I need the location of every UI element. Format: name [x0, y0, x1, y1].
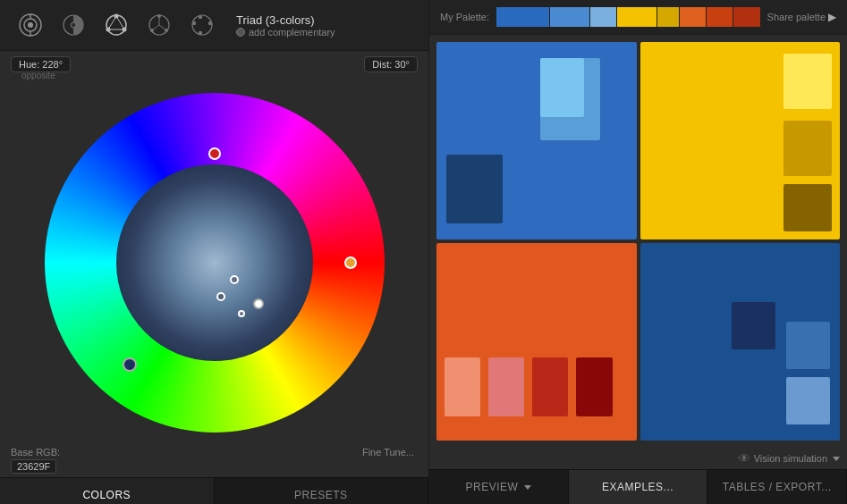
bottom-tabs-left: COLORS PRESETS — [0, 477, 428, 504]
left-panel: Triad (3-colors) add complementary Hue: … — [0, 0, 429, 504]
inner-yellow-mid — [783, 121, 832, 176]
tab-colors[interactable]: COLORS — [0, 478, 215, 504]
vision-eye-icon: 👁 — [738, 451, 750, 466]
inner-blue-dark — [446, 155, 503, 223]
triad-title: Triad (3-colors) — [236, 13, 335, 27]
svg-rect-23 — [199, 31, 202, 35]
inner-navy-2 — [786, 377, 830, 424]
tab-presets[interactable]: PRESETS — [215, 478, 429, 504]
color-marker-orange[interactable] — [344, 256, 357, 269]
swatch-7[interactable] — [707, 7, 733, 27]
vision-simulation-btn[interactable]: Vision simulation — [754, 453, 840, 464]
inner-navy-3 — [786, 322, 830, 369]
share-palette-btn[interactable]: Share palette ▶ — [767, 11, 836, 23]
fine-tune-btn[interactable]: Fine Tune... — [362, 447, 414, 458]
wheel-container[interactable] — [45, 93, 385, 433]
swatch-5[interactable] — [657, 7, 678, 27]
quadrant-blue[interactable] — [436, 42, 637, 239]
analogous-icon[interactable] — [14, 9, 47, 41]
tab-preview[interactable]: PREVIEW — [429, 470, 569, 504]
color-marker-blue1[interactable] — [230, 275, 239, 284]
swatch-8[interactable] — [733, 7, 759, 27]
swatch-6[interactable] — [680, 7, 706, 27]
svg-point-6 — [71, 22, 76, 28]
svg-rect-25 — [208, 21, 212, 25]
opposite-label: opposite — [21, 71, 418, 84]
base-info: Base RGB: Fine Tune... 23629F — [0, 441, 428, 477]
inner-orange-2 — [488, 357, 524, 416]
color-marker-white[interactable] — [253, 298, 264, 309]
inner-orange-3 — [532, 357, 568, 416]
color-wheel-area — [0, 84, 428, 441]
swatch-2[interactable] — [550, 7, 589, 27]
color-grid — [429, 35, 847, 448]
color-marker-dark[interactable] — [123, 357, 137, 372]
inner-yellow-dark — [783, 184, 832, 231]
triad-icon[interactable] — [100, 9, 132, 41]
right-panel: My Palette: Share palette ▶ — [429, 0, 847, 504]
add-complementary-label: add complementary — [249, 27, 335, 38]
inner-navy-1 — [732, 302, 775, 349]
base-rgb-label: Base RGB: — [11, 447, 60, 458]
base-rgb-value[interactable]: 23629F — [11, 459, 56, 474]
swatch-1[interactable] — [496, 7, 549, 27]
inner-orange-1 — [445, 357, 480, 416]
palette-bar: My Palette: Share palette ▶ — [429, 0, 847, 35]
palette-swatches[interactable] — [496, 7, 760, 27]
swatch-4[interactable] — [617, 7, 656, 27]
tab-examples[interactable]: EXAMPLES... — [569, 470, 708, 504]
inner-yellow-light — [783, 54, 832, 109]
color-marker-red[interactable] — [208, 147, 221, 160]
color-wheel-inner — [116, 164, 313, 361]
svg-rect-24 — [192, 21, 196, 25]
color-marker-blue3[interactable] — [238, 310, 245, 317]
svg-point-2 — [28, 22, 33, 28]
quadrant-yellow[interactable] — [640, 42, 841, 239]
add-complementary-dot — [236, 28, 245, 37]
svg-point-21 — [192, 15, 212, 35]
quadrant-navy[interactable] — [640, 243, 841, 441]
palette-label: My Palette: — [440, 12, 489, 22]
quadrant-orange[interactable] — [436, 243, 637, 441]
add-complementary-btn[interactable]: add complementary — [236, 27, 335, 38]
split-icon[interactable] — [143, 9, 175, 41]
triad-label-area: Triad (3-colors) add complementary — [236, 13, 335, 38]
share-palette-label: Share palette — [767, 12, 826, 22]
swatch-3[interactable] — [590, 7, 616, 27]
vision-bar: 👁 Vision simulation — [429, 448, 847, 469]
vision-chevron-icon — [833, 457, 840, 461]
tab-tables[interactable]: TABLES / EXPORT... — [707, 470, 847, 504]
vision-simulation-label: Vision simulation — [754, 453, 827, 464]
inner-orange-4 — [576, 357, 612, 416]
svg-rect-22 — [199, 15, 202, 19]
bottom-tabs-right: PREVIEW EXAMPLES... TABLES / EXPORT... — [429, 469, 847, 504]
complementary-icon[interactable] — [57, 9, 89, 41]
dist-badge[interactable]: Dist: 30° — [364, 56, 418, 72]
svg-line-19 — [159, 25, 166, 30]
tetrad-icon[interactable] — [186, 9, 218, 41]
color-marker-blue2[interactable] — [216, 292, 225, 301]
svg-line-20 — [152, 25, 159, 30]
inner-blue-lighter — [540, 58, 584, 117]
top-toolbar: Triad (3-colors) add complementary — [0, 0, 428, 51]
preview-chevron-icon — [524, 485, 531, 490]
